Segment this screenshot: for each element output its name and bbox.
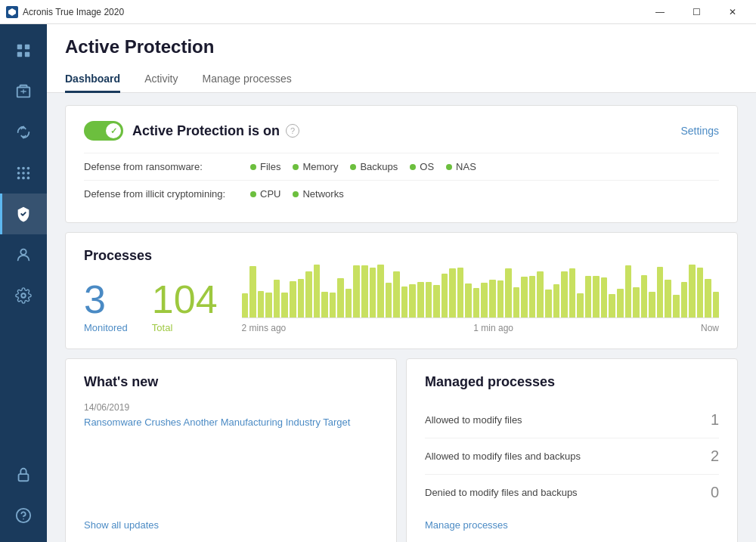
dot-nas [446,164,452,170]
sidebar-item-help[interactable] [15,495,32,536]
bar [321,292,328,317]
manage-processes-link[interactable]: Manage processes [425,510,719,531]
bar [314,265,321,317]
bar [281,293,288,317]
svg-point-9 [27,167,30,170]
sidebar-item-backup[interactable] [0,71,47,112]
bar [633,287,640,317]
protection-title: Active Protection is on [132,123,280,139]
sidebar-item-apps[interactable] [0,153,47,194]
bar [577,293,584,317]
tag-files-label: Files [260,161,280,172]
bar [298,279,305,317]
bar [249,266,256,317]
bar [370,268,376,317]
bar [673,295,680,317]
bar [529,276,536,317]
svg-point-11 [22,172,25,175]
svg-rect-1 [25,45,29,49]
news-link[interactable]: Ransomware Crushes Another Manufacturing… [84,416,378,429]
bar [657,267,664,317]
bar [713,292,720,317]
tab-dashboard[interactable]: Dashboard [65,67,120,93]
bar [609,294,615,317]
managed-row-0: Allowed to modify files 1 [425,402,719,438]
tab-activity[interactable]: Activity [144,67,178,93]
dot-memory [293,164,299,170]
bar [449,268,456,317]
svg-point-14 [22,177,25,180]
sync-icon [15,124,32,141]
managed-label-2: Denied to modify files and backups [425,487,578,498]
bar [481,283,488,317]
sidebar-item-dashboard[interactable] [0,30,47,71]
bar [641,275,648,317]
bar [457,268,464,317]
toggle-knob: ✓ [106,123,121,138]
bar [537,271,544,317]
processes-card: Processes 3 Monitored 104 Total 2 mins a… [65,232,738,349]
titlebar-title: Acronis True Image 2020 [23,7,643,17]
main-content: Active Protection Dashboard Activity Man… [47,24,756,542]
bar [585,276,592,317]
svg-point-8 [22,167,25,170]
window-controls: — ☐ ✕ [643,0,750,24]
tabs: Dashboard Activity Manage processes [65,67,738,92]
bar-labels: 2 mins ago 1 min ago Now [242,323,719,333]
settings-link[interactable]: Settings [680,125,719,137]
tag-nas-label: NAS [456,161,476,172]
maximize-button[interactable]: ☐ [679,0,714,24]
bar [617,289,624,317]
bottom-row: What's new 14/06/2019 Ransomware Crushes… [65,358,738,542]
bar [593,276,600,317]
bar [377,265,384,317]
sidebar-item-account[interactable] [0,234,47,275]
bar [258,291,265,317]
tab-manage[interactable]: Manage processes [202,67,291,93]
ransomware-label: Defense from ransomware: [84,161,250,172]
bar [625,265,632,317]
total-count: 104 [152,280,218,319]
monitored-count: 3 [84,280,106,319]
managed-row-2: Denied to modify files and backups 0 [425,475,719,510]
backup-icon [15,83,32,100]
sidebar-item-protection[interactable] [0,194,47,234]
close-button[interactable]: ✕ [715,0,750,24]
protection-toggle[interactable]: ✓ [84,121,123,141]
show-updates-link[interactable]: Show all updates [84,507,378,531]
processes-title: Processes [84,248,719,264]
bar [345,289,352,317]
bar [361,265,368,317]
minimize-button[interactable]: — [643,0,677,24]
monitored-label: Monitored [84,322,128,333]
bar [330,293,336,317]
tag-cpu-label: CPU [260,188,280,200]
bar [649,292,655,317]
help-circle-icon[interactable]: ? [286,124,299,138]
tag-memory: Memory [293,161,338,172]
time-label-end: Now [701,323,719,333]
bar [513,287,520,317]
bar [426,282,432,317]
bar [337,278,344,317]
bar [665,280,671,317]
svg-rect-2 [17,52,22,57]
sidebar-item-lock[interactable] [15,454,32,495]
apps-icon [15,165,32,181]
svg-point-13 [17,177,20,180]
bar [409,284,416,317]
bar [545,290,552,317]
dot-os [410,164,416,170]
dot-backups [350,164,356,170]
protection-header: ✓ Active Protection is on ? Settings [84,121,719,141]
processes-stats: 3 Monitored 104 Total 2 mins ago 1 min a… [84,273,719,333]
sidebar-item-settings[interactable] [0,275,47,316]
sidebar-item-sync[interactable] [0,112,47,153]
bar [489,280,496,317]
bar [417,282,424,317]
bar [433,285,440,317]
svg-point-20 [23,519,24,519]
sidebar-bottom [15,454,32,542]
monitored-stat: 3 Monitored [84,280,128,333]
bar [521,277,528,317]
